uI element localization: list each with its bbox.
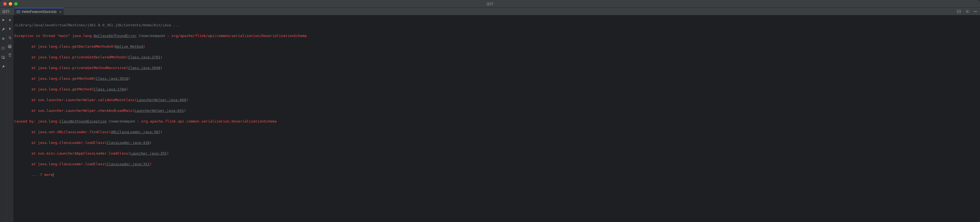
svg-rect-9 xyxy=(2,56,4,58)
stack-line: at java.net.URLClassLoader.findClass( xyxy=(14,130,111,134)
paren: ) xyxy=(126,87,128,91)
svg-rect-2 xyxy=(17,12,18,12)
create-breakpoint-hint[interactable]: Create breakpoint xyxy=(139,34,165,38)
svg-rect-10 xyxy=(10,20,10,21)
traffic-lights xyxy=(3,2,18,5)
layout-settings-icon[interactable] xyxy=(956,9,961,14)
run-config-icon xyxy=(16,10,20,14)
tabbar-actions xyxy=(956,9,978,14)
stack-line: at java.lang.ClassLoader.loadClass( xyxy=(14,141,107,145)
hide-panel-icon[interactable] xyxy=(973,9,978,14)
caused-by-line: Caused by: java.lang. xyxy=(14,119,59,123)
paren: ) xyxy=(184,109,186,113)
run-tabbar: 运行: HelloFeatureStoreJob × xyxy=(0,8,980,15)
source-link[interactable]: Launcher.java:355 xyxy=(130,151,167,155)
stack-line: at java.lang.Class.getMethod0( xyxy=(14,76,96,81)
rerun-icon[interactable] xyxy=(1,17,6,22)
source-link[interactable]: ClassLoader.java:418 xyxy=(107,141,150,145)
stack-line: at java.lang.Class.privateGetDeclaredMet… xyxy=(14,55,128,59)
wrench-icon[interactable] xyxy=(1,27,6,32)
stack-line: at java.lang.Class.getDeclaredMethods0( xyxy=(14,44,115,49)
window-title: 运行 xyxy=(487,2,493,6)
create-breakpoint-hint[interactable]: Create breakpoint xyxy=(109,119,135,123)
paren: ) xyxy=(128,76,130,81)
paren: ) xyxy=(160,130,162,134)
paren: ) xyxy=(150,141,152,145)
svg-rect-14 xyxy=(9,47,11,48)
paren: ) xyxy=(150,162,152,166)
svg-rect-0 xyxy=(17,10,20,13)
pin-icon[interactable] xyxy=(1,64,6,69)
source-link[interactable]: URLClassLoader.java:387 xyxy=(111,130,160,134)
stack-line: at java.lang.Class.getMethod( xyxy=(14,87,94,91)
paren: ) xyxy=(160,66,162,70)
scroll-down-icon[interactable] xyxy=(7,26,12,31)
caused-by-class-link[interactable]: ClassNotFoundException xyxy=(59,119,107,123)
gear-icon[interactable] xyxy=(965,9,970,14)
window: 运行 运行: HelloFeatureStoreJob × xyxy=(0,0,980,222)
titlebar: 运行 xyxy=(0,0,980,8)
exception-class-link[interactable]: NoClassDefFoundError xyxy=(94,34,137,38)
maximize-window-button[interactable] xyxy=(14,2,18,5)
print-icon[interactable] xyxy=(7,44,12,49)
stack-line: at sun.launcher.LauncherHelper.checkAndL… xyxy=(14,109,134,113)
stack-line: at sun.misc.Launcher$AppClassLoader.load… xyxy=(14,151,130,155)
close-window-button[interactable] xyxy=(3,2,6,5)
source-link[interactable]: LauncherHelper.java:651 xyxy=(134,109,184,113)
paren: ) xyxy=(160,55,162,59)
stop-icon[interactable] xyxy=(1,36,6,41)
minimize-window-button[interactable] xyxy=(9,2,12,5)
source-link[interactable]: ClassLoader.java:351 xyxy=(107,162,150,166)
layers-icon[interactable] xyxy=(1,55,6,60)
run-tab-label: HelloFeatureStoreJob xyxy=(22,10,57,14)
stack-line: at java.lang.ClassLoader.loadClass( xyxy=(14,162,107,166)
source-link[interactable]: LauncherHelper.java:669 xyxy=(137,98,186,102)
svg-point-8 xyxy=(3,48,4,49)
exception-line: Exception in thread "main" java.lang. xyxy=(14,34,94,38)
camera-icon[interactable] xyxy=(1,46,6,51)
scroll-up-icon[interactable] xyxy=(7,17,12,22)
run-gutter-left xyxy=(0,15,6,222)
command-line: /Library/Java/JavaVirtualMachines/jdk1.8… xyxy=(14,23,180,27)
more-frames: ... 7 more xyxy=(14,173,53,177)
exception-msg: : org/apache/flink/api/common/serializat… xyxy=(167,34,307,38)
paren: ) xyxy=(167,151,169,155)
run-panel-label: 运行: xyxy=(2,9,10,14)
console-output[interactable]: /Library/Java/JavaVirtualMachines/jdk1.8… xyxy=(13,15,980,222)
stack-line: at sun.launcher.LauncherHelper.validateM… xyxy=(14,98,137,102)
stack-line: at java.lang.Class.privateGetMethodRecur… xyxy=(14,66,128,70)
source-link[interactable]: Class.java:3018 xyxy=(96,76,128,81)
svg-rect-7 xyxy=(2,47,5,49)
source-link[interactable]: Class.java:3048 xyxy=(128,66,160,70)
source-link[interactable]: Class.java:1784 xyxy=(94,87,126,91)
run-tab[interactable]: HelloFeatureStoreJob × xyxy=(14,8,64,15)
text-caret xyxy=(53,173,54,177)
svg-rect-5 xyxy=(974,11,977,12)
run-gutter-secondary xyxy=(6,15,13,222)
soft-wrap-icon[interactable] xyxy=(7,35,12,40)
paren: ) xyxy=(186,98,188,102)
source-link[interactable]: Class.java:2701 xyxy=(128,55,160,59)
paren: ) xyxy=(143,44,145,49)
source-link[interactable]: Native Method xyxy=(115,44,143,49)
main-area: /Library/Java/JavaVirtualMachines/jdk1.8… xyxy=(0,15,980,222)
caused-by-msg: : org.apache.flink.api.common.serializat… xyxy=(137,119,277,123)
svg-rect-6 xyxy=(2,38,5,40)
close-tab-button[interactable]: × xyxy=(59,10,62,14)
trash-icon[interactable] xyxy=(7,52,12,57)
